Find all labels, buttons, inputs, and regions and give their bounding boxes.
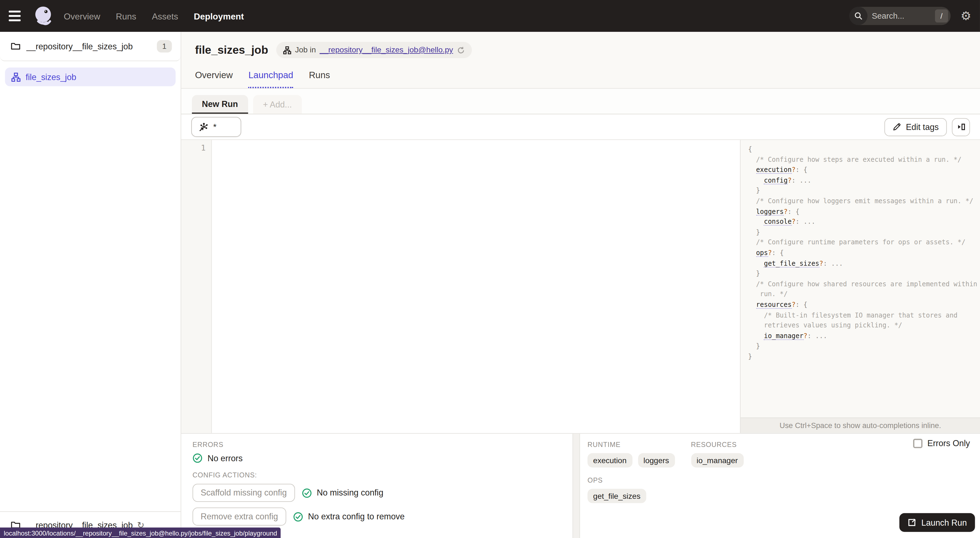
job-origin-pill: Job in __repository__file_sizes_job@hell… xyxy=(277,42,472,58)
page-header: file_sizes_job Job in __repository__file… xyxy=(181,32,980,89)
launchpad-session-tabs: New Run + Add... xyxy=(181,89,980,115)
resources-group: RESOURCES io_manager xyxy=(691,441,743,476)
remove-config-row: Remove extra config No extra config to r… xyxy=(192,508,573,526)
schema-line: /* Configure how shared resources are im… xyxy=(748,279,980,289)
errors-status: No errors xyxy=(192,453,573,463)
schema-line: get_file_sizes?: ... xyxy=(748,258,980,268)
repo-count-badge: 1 xyxy=(157,40,172,53)
nav-link-deployment[interactable]: Deployment xyxy=(194,11,244,21)
expand-panel-button[interactable] xyxy=(952,118,970,136)
check-circle-icon xyxy=(302,488,312,498)
op-selector-icon xyxy=(199,122,208,132)
main-panel: file_sizes_job Job in __repository__file… xyxy=(181,32,980,538)
job-pill-prefix: Job in xyxy=(295,46,316,54)
launchpad-toolbar: * Edit tags xyxy=(181,115,980,140)
schema-line: { xyxy=(748,144,980,154)
edit-tags-label: Edit tags xyxy=(906,122,939,132)
tab-launchpad[interactable]: Launchpad xyxy=(248,70,293,88)
search-icon xyxy=(849,7,867,25)
scaffold-status-text: No missing config xyxy=(317,488,383,497)
ops-chips: get_file_sizes xyxy=(588,489,980,503)
scope-chip[interactable]: get_file_sizes xyxy=(588,489,646,503)
edit-tags-button[interactable]: Edit tags xyxy=(885,118,947,136)
schema-line: } xyxy=(748,185,980,196)
runtime-group: RUNTIME executionloggers xyxy=(588,441,675,476)
scope-chip[interactable]: io_manager xyxy=(691,453,743,467)
nav-links: Overview Runs Assets Deployment xyxy=(64,11,244,21)
repo-location-link[interactable]: __repository__file_sizes_job@hello.py xyxy=(320,46,453,54)
sidebar: __repository__file_sizes_job 1 file_size… xyxy=(0,32,181,538)
schema-line: io_manager?: ... xyxy=(748,330,980,341)
panel-splitter[interactable] xyxy=(573,434,580,538)
scope-chip[interactable]: loggers xyxy=(638,453,675,467)
schema-line: execution?: { xyxy=(748,164,980,175)
scaffold-config-row: Scaffold missing config No missing confi… xyxy=(192,484,573,502)
schema-line: /* Configure how steps are executed with… xyxy=(748,154,980,164)
scope-section: RUNTIME executionloggers RESOURCES io_ma… xyxy=(580,434,980,538)
sidebar-repo-header[interactable]: __repository__file_sizes_job 1 xyxy=(0,32,181,61)
errors-label: ERRORS xyxy=(192,441,573,448)
editor-gutter: 1 xyxy=(181,140,212,433)
nav-link-overview[interactable]: Overview xyxy=(64,11,100,21)
schema-line: retrieves values using pickling. */ xyxy=(748,320,980,330)
errors-only-checkbox[interactable] xyxy=(913,439,922,448)
scope-chip[interactable]: execution xyxy=(588,453,632,467)
expand-panel-icon xyxy=(956,123,965,131)
op-selector-value: * xyxy=(213,122,216,132)
resources-label: RESOURCES xyxy=(691,441,743,448)
session-tab-add[interactable]: + Add... xyxy=(253,95,302,113)
schema-line: console?: ... xyxy=(748,216,980,227)
resources-chips: io_manager xyxy=(691,453,743,467)
search-input[interactable]: Search... / xyxy=(849,7,950,25)
job-graph-icon xyxy=(11,72,21,81)
session-tab-new-run[interactable]: New Run xyxy=(192,95,248,113)
editor-split: 1 { /* Configure how steps are executed … xyxy=(181,140,980,433)
runtime-chips: executionloggers xyxy=(588,453,675,467)
ops-label: OPS xyxy=(588,476,980,484)
runtime-label: RUNTIME xyxy=(588,441,675,448)
schema-line: } xyxy=(748,268,980,279)
sidebar-repo-name: __repository__file_sizes_job xyxy=(26,42,157,51)
nav-link-assets[interactable]: Assets xyxy=(152,11,178,21)
schema-line: } xyxy=(748,341,980,351)
bottom-panel: ERRORS No errors CONFIG ACTIONS: Scaffol… xyxy=(181,433,980,538)
ops-group: OPS get_file_sizes xyxy=(588,476,980,503)
scaffold-status: No missing config xyxy=(302,488,383,498)
line-number: 1 xyxy=(181,143,211,153)
errors-only-label: Errors Only xyxy=(928,439,970,448)
errors-status-text: No errors xyxy=(208,454,243,463)
errors-only-toggle[interactable]: Errors Only xyxy=(913,439,970,448)
top-nav: Overview Runs Assets Deployment Search..… xyxy=(0,0,980,32)
tab-overview[interactable]: Overview xyxy=(195,70,233,88)
folder-icon xyxy=(11,42,21,51)
config-editor[interactable] xyxy=(212,140,740,433)
check-circle-icon xyxy=(293,512,303,522)
page-title: file_sizes_job xyxy=(195,43,268,56)
launch-run-label: Launch Run xyxy=(921,518,967,527)
launch-icon xyxy=(908,518,916,527)
remove-status-text: No extra config to remove xyxy=(308,512,404,521)
gear-icon[interactable]: ⚙ xyxy=(961,10,971,22)
sidebar-item-file-sizes-job[interactable]: file_sizes_job xyxy=(5,67,175,86)
config-schema-panel: { /* Configure how steps are executed wi… xyxy=(740,140,980,433)
app-window: Overview Runs Assets Deployment Search..… xyxy=(0,0,980,538)
dagster-logo xyxy=(33,5,55,27)
menu-icon[interactable] xyxy=(9,7,26,25)
launch-run-button[interactable]: Launch Run xyxy=(899,513,975,532)
schema-line: /* Built-in filesystem IO manager that s… xyxy=(748,310,980,320)
remove-status: No extra config to remove xyxy=(293,512,405,522)
schema-line: } xyxy=(748,351,980,362)
schema-line: } xyxy=(748,227,980,237)
scaffold-missing-config-button[interactable]: Scaffold missing config xyxy=(192,484,295,502)
browser-status-bar: localhost:3000/locations/__repository__f… xyxy=(0,528,281,538)
sidebar-item-label: file_sizes_job xyxy=(25,72,76,81)
config-schema-text[interactable]: { /* Configure how steps are executed wi… xyxy=(741,140,980,418)
remove-extra-config-button[interactable]: Remove extra config xyxy=(192,508,286,526)
nav-link-runs[interactable]: Runs xyxy=(116,11,136,21)
reload-icon[interactable] xyxy=(457,46,465,54)
schema-line: /* Configure how loggers emit messages w… xyxy=(748,196,980,206)
schema-line: loggers?: { xyxy=(748,206,980,216)
tab-runs[interactable]: Runs xyxy=(309,70,330,88)
status-url: localhost:3000/locations/__repository__f… xyxy=(4,529,277,536)
op-selector-input[interactable]: * xyxy=(191,117,241,137)
